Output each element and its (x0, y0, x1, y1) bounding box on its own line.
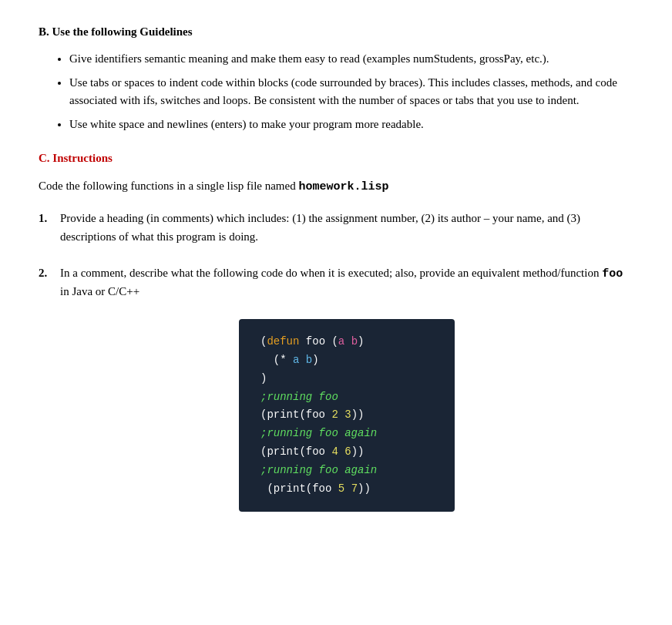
list-item: Use white space and newlines (enters) to… (69, 116, 633, 133)
instruction-item-2: 2. In a comment, describe what the follo… (39, 264, 633, 512)
instruction-item-1: 1. Provide a heading (in comments) which… (39, 210, 633, 246)
code-line-5: (print(foo 2 3)) (260, 406, 433, 425)
filename: homework.lisp (298, 180, 388, 193)
code-line-7: (print(foo 4 6)) (260, 443, 433, 462)
item-number-1: 1. (39, 210, 60, 246)
code-line-1: (defun foo (a b) (260, 333, 433, 351)
list-item: Use tabs or spaces to indent code within… (69, 74, 633, 110)
section-c-header: C. Instructions (39, 150, 633, 167)
code-line-2: (* a b) (260, 351, 433, 370)
section-c: C. Instructions Code the following funct… (39, 150, 633, 512)
code-line-8: ;running foo again (260, 462, 433, 480)
list-item: Give identifiers semantic meaning and ma… (69, 50, 633, 68)
item-content-1: Provide a heading (in comments) which in… (60, 210, 633, 246)
intro-text: Code the following functions in a single… (39, 177, 633, 196)
code-block: (defun foo (a b) (* a b) ) ;running foo (239, 319, 455, 512)
section-b-header: B. Use the following Guidelines (39, 23, 633, 41)
code-block-wrapper: (defun foo (a b) (* a b) ) ;running foo (60, 319, 633, 512)
item-content-2: In a comment, describe what the followin… (60, 264, 633, 512)
item-number-2: 2. (39, 264, 60, 512)
code-line-9: (print(foo 5 7)) (260, 480, 433, 499)
section-b: B. Use the following Guidelines Give ide… (39, 23, 633, 134)
code-line-3: ) (260, 370, 433, 388)
instructions-list: 1. Provide a heading (in comments) which… (39, 210, 633, 512)
guidelines-list: Give identifiers semantic meaning and ma… (69, 50, 633, 134)
foo-code: foo (602, 267, 623, 281)
code-line-4: ;running foo (260, 388, 433, 407)
code-line-6: ;running foo again (260, 425, 433, 443)
